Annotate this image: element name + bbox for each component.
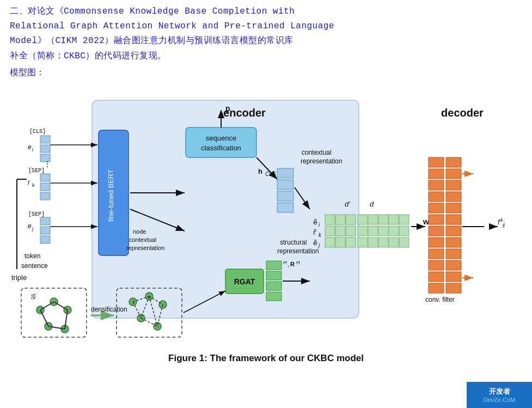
svg-rect-85 xyxy=(358,226,368,236)
svg-rect-96 xyxy=(389,238,399,247)
svg-text:representation: representation xyxy=(301,157,343,165)
svg-rect-109 xyxy=(429,215,444,224)
svg-rect-114 xyxy=(429,272,444,282)
svg-rect-8 xyxy=(40,136,50,143)
svg-rect-92 xyxy=(346,238,356,247)
svg-text:token: token xyxy=(25,252,40,260)
svg-text:k: k xyxy=(32,182,35,188)
svg-rect-127 xyxy=(446,283,461,293)
svg-text:node: node xyxy=(133,228,146,235)
svg-rect-107 xyxy=(429,192,444,202)
svg-rect-60 xyxy=(266,261,282,270)
watermark-line1: 开发者 xyxy=(489,387,510,397)
svg-rect-74 xyxy=(325,215,335,224)
line2: Relational Graph Attention Network and P… xyxy=(10,21,334,31)
svg-text:h: h xyxy=(258,167,262,175)
svg-text:d': d' xyxy=(345,200,350,208)
svg-rect-86 xyxy=(368,226,378,236)
svg-rect-16 xyxy=(40,183,50,191)
svg-rect-94 xyxy=(368,238,378,247)
paragraph-text: 二、对论文《Commonsense Knowledge Base Complet… xyxy=(10,4,522,64)
svg-rect-121 xyxy=(446,215,461,224)
svg-rect-15 xyxy=(40,174,50,181)
svg-rect-80 xyxy=(389,215,399,224)
svg-text:j: j xyxy=(32,226,34,232)
svg-text:representation: representation xyxy=(126,245,164,251)
svg-text:d: d xyxy=(370,200,374,208)
diagram-wrapper: encoder decoder triple e i [CLS] ⋮ r k xyxy=(10,84,522,351)
svg-text:sequence: sequence xyxy=(205,134,236,142)
svg-rect-104 xyxy=(429,157,444,167)
svg-rect-83 xyxy=(335,226,345,236)
svg-rect-88 xyxy=(389,226,399,236)
svg-rect-123 xyxy=(446,238,461,247)
diagram-svg: encoder decoder triple e i [CLS] ⋮ r k xyxy=(10,84,522,351)
svg-rect-76 xyxy=(346,215,356,224)
svg-text:CLS: CLS xyxy=(265,171,276,177)
svg-rect-120 xyxy=(446,203,461,213)
svg-text:w: w xyxy=(423,217,429,226)
svg-rect-82 xyxy=(325,226,335,236)
svg-text:RGAT: RGAT xyxy=(234,277,255,286)
svg-rect-126 xyxy=(446,272,461,282)
svg-text:structural: structural xyxy=(280,239,307,246)
line3: Model》（CIKM 2022）融合图注意力机制与预训练语言模型的常识库 xyxy=(10,36,293,46)
svg-line-139 xyxy=(40,302,54,310)
svg-text:e: e xyxy=(28,222,32,230)
svg-text:[CLS]: [CLS] xyxy=(29,129,46,135)
svg-rect-62 xyxy=(266,282,282,290)
svg-text:ij: ij xyxy=(503,222,505,228)
svg-rect-93 xyxy=(358,238,368,247)
svg-text:conv. filter: conv. filter xyxy=(425,296,455,303)
svg-text:representation: representation xyxy=(277,247,319,255)
svg-line-140 xyxy=(54,302,68,310)
svg-rect-49 xyxy=(277,191,293,201)
svg-rect-119 xyxy=(446,192,461,202)
figure-caption: Figure 1: The framework of our CKBC mode… xyxy=(10,353,522,364)
svg-rect-61 xyxy=(266,271,282,280)
svg-text:decoder: decoder xyxy=(441,107,484,119)
svg-text:sentence: sentence xyxy=(21,262,48,270)
svg-rect-48 xyxy=(277,180,293,190)
svg-text:contextual: contextual xyxy=(302,149,332,156)
svg-rect-84 xyxy=(346,226,356,236)
svg-rect-113 xyxy=(429,260,444,270)
svg-text:,: , xyxy=(288,261,289,267)
svg-rect-108 xyxy=(429,203,444,213)
svg-rect-125 xyxy=(446,260,461,270)
svg-text:triple: triple xyxy=(11,273,27,282)
svg-text:[SEP]: [SEP] xyxy=(28,211,45,217)
svg-text:R: R xyxy=(290,261,295,267)
svg-text:[SEP]: [SEP] xyxy=(28,168,45,174)
svg-rect-122 xyxy=(446,226,461,236)
svg-rect-110 xyxy=(429,226,444,236)
svg-rect-81 xyxy=(399,215,409,224)
watermark: 开发者 DevZe.CoM xyxy=(467,382,532,408)
svg-text:H: H xyxy=(283,260,287,265)
svg-rect-9 xyxy=(40,145,50,153)
svg-rect-50 xyxy=(277,203,293,212)
svg-text:ẽ: ẽ xyxy=(313,239,317,247)
svg-rect-22 xyxy=(40,227,50,234)
svg-rect-17 xyxy=(40,192,50,200)
svg-rect-90 xyxy=(325,238,335,247)
svg-text:p: p xyxy=(225,104,230,113)
svg-rect-117 xyxy=(446,169,461,179)
line4: 补全（简称：CKBC）的代码进行复现。 xyxy=(10,51,167,61)
svg-rect-124 xyxy=(446,249,461,259)
svg-rect-105 xyxy=(429,169,444,179)
svg-rect-87 xyxy=(378,226,388,236)
svg-text:contextual: contextual xyxy=(129,236,156,243)
svg-rect-63 xyxy=(266,292,282,301)
svg-rect-116 xyxy=(446,157,461,167)
svg-text:H: H xyxy=(296,260,300,265)
watermark-line2: DevZe.CoM xyxy=(484,397,516,403)
svg-rect-118 xyxy=(446,180,461,190)
svg-text:k: k xyxy=(500,217,503,223)
svg-rect-89 xyxy=(399,226,409,236)
svg-rect-112 xyxy=(429,249,444,259)
svg-rect-79 xyxy=(378,215,388,224)
svg-rect-111 xyxy=(429,238,444,247)
svg-rect-23 xyxy=(40,236,50,243)
svg-rect-106 xyxy=(429,180,444,190)
